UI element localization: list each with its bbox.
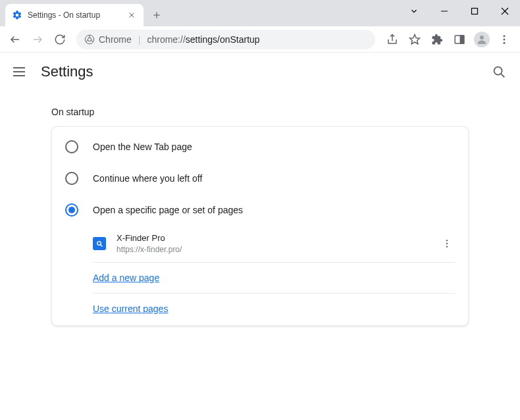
browser-tab[interactable]: Settings - On startup bbox=[5, 4, 143, 26]
close-icon[interactable] bbox=[126, 10, 137, 20]
chip-label: Chrome bbox=[99, 34, 132, 45]
radio-label: Open a specific page or set of pages bbox=[93, 205, 243, 215]
settings-content: On startup Open the New Tab page Continu… bbox=[0, 91, 520, 326]
address-bar[interactable]: Chrome | chrome://settings/onStartup bbox=[76, 30, 375, 49]
page-url: https://x-finder.pro/ bbox=[117, 244, 439, 255]
avatar-icon bbox=[474, 32, 490, 47]
svg-point-30 bbox=[446, 246, 448, 248]
reload-button[interactable] bbox=[50, 30, 70, 49]
radio-icon bbox=[65, 140, 78, 153]
radio-option-continue[interactable]: Continue where you left off bbox=[52, 163, 468, 194]
radio-option-specific-pages[interactable]: Open a specific page or set of pages bbox=[52, 194, 468, 226]
kebab-menu-icon[interactable] bbox=[494, 29, 515, 50]
page-name: X-Finder Pro bbox=[117, 232, 439, 244]
hamburger-menu-icon[interactable] bbox=[13, 64, 29, 80]
back-button[interactable] bbox=[5, 30, 25, 49]
use-current-pages-link[interactable]: Use current pages bbox=[93, 303, 168, 314]
chevron-down-icon[interactable] bbox=[399, 0, 429, 22]
maximize-button[interactable] bbox=[459, 0, 490, 22]
svg-point-29 bbox=[446, 243, 448, 244]
kebab-menu-icon[interactable] bbox=[439, 236, 455, 251]
chrome-chip: Chrome bbox=[84, 34, 138, 45]
svg-point-24 bbox=[494, 67, 502, 75]
on-startup-card: Open the New Tab page Continue where you… bbox=[51, 126, 469, 326]
svg-line-13 bbox=[86, 40, 88, 41]
add-page-row: Add a new page bbox=[93, 263, 455, 294]
svg-line-27 bbox=[100, 245, 102, 247]
window-controls bbox=[399, 0, 520, 22]
new-tab-button[interactable] bbox=[147, 6, 166, 24]
settings-header: Settings bbox=[0, 53, 520, 91]
page-info: X-Finder Pro https://x-finder.pro/ bbox=[117, 232, 439, 255]
svg-point-11 bbox=[88, 38, 91, 41]
extensions-icon[interactable] bbox=[427, 29, 448, 50]
minimize-button[interactable] bbox=[429, 0, 459, 22]
close-window-button[interactable] bbox=[490, 0, 520, 22]
use-current-row: Use current pages bbox=[93, 294, 455, 324]
radio-icon bbox=[65, 203, 78, 217]
section-title: On startup bbox=[0, 91, 520, 126]
radio-label: Open the New Tab page bbox=[93, 142, 192, 152]
startup-pages-block: X-Finder Pro https://x-finder.pro/ Add a… bbox=[93, 226, 455, 324]
search-icon[interactable] bbox=[491, 64, 507, 80]
forward-button[interactable] bbox=[28, 30, 47, 49]
svg-marker-16 bbox=[410, 34, 420, 43]
bookmark-star-icon[interactable] bbox=[404, 29, 425, 50]
svg-point-21 bbox=[504, 35, 506, 37]
svg-point-26 bbox=[97, 242, 101, 246]
svg-rect-5 bbox=[472, 9, 478, 14]
url-text: chrome://settings/onStartup bbox=[147, 34, 259, 45]
radio-label: Continue where you left off bbox=[93, 173, 202, 184]
chrome-icon bbox=[84, 34, 95, 45]
page-title: Settings bbox=[41, 63, 93, 80]
radio-icon bbox=[65, 172, 78, 185]
startup-page-row: X-Finder Pro https://x-finder.pro/ bbox=[93, 226, 455, 263]
profile-avatar[interactable] bbox=[471, 29, 492, 50]
svg-point-28 bbox=[446, 240, 448, 242]
svg-point-23 bbox=[504, 41, 506, 43]
svg-point-20 bbox=[480, 36, 484, 39]
svg-point-22 bbox=[504, 38, 506, 40]
svg-line-25 bbox=[501, 74, 504, 77]
search-icon bbox=[93, 237, 106, 250]
gear-icon bbox=[12, 10, 22, 20]
chip-separator: | bbox=[138, 34, 141, 45]
browser-toolbar: Chrome | chrome://settings/onStartup bbox=[0, 26, 520, 53]
share-icon[interactable] bbox=[382, 29, 403, 50]
add-page-link[interactable]: Add a new page bbox=[93, 273, 159, 283]
radio-option-new-tab[interactable]: Open the New Tab page bbox=[52, 131, 468, 163]
svg-rect-19 bbox=[461, 36, 464, 43]
side-panel-icon[interactable] bbox=[449, 29, 470, 50]
svg-line-14 bbox=[91, 40, 93, 41]
tab-title: Settings - On startup bbox=[28, 11, 122, 20]
